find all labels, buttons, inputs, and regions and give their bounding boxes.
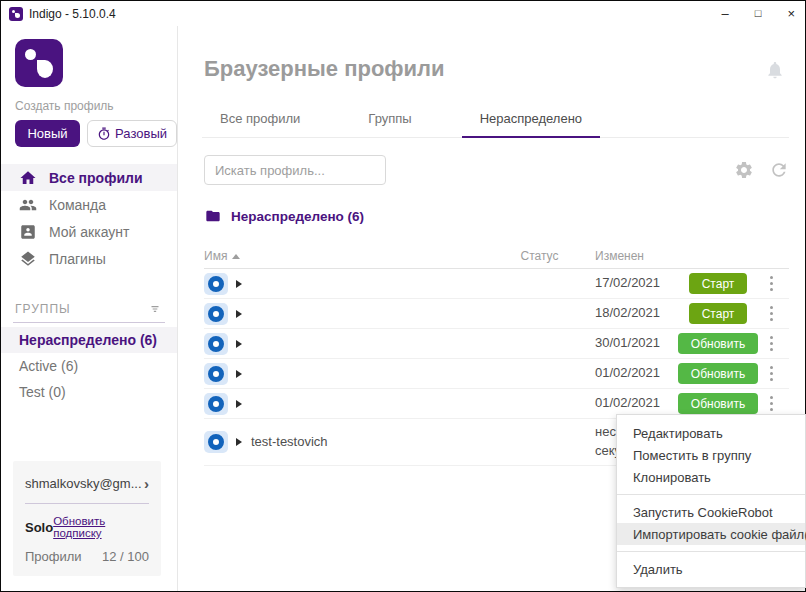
titlebar: Indigo - 5.10.0.4 – □ × — [1, 1, 805, 26]
account-email-row[interactable]: shmalkovsky@gm... › — [25, 475, 149, 504]
column-header-name[interactable]: Имя — [204, 249, 502, 263]
profile-browser-icon — [204, 333, 228, 355]
tab-unassigned[interactable]: Нераспределено — [462, 102, 600, 137]
expand-arrow-icon[interactable] — [236, 280, 242, 288]
row-menu-button[interactable] — [762, 361, 781, 386]
new-profile-button[interactable]: Новый — [15, 120, 80, 147]
renew-subscription-link[interactable]: Обновить подписку — [53, 515, 149, 539]
sidebar-item-all-profiles[interactable]: Все профили — [1, 164, 177, 191]
table-row[interactable]: 17/02/2021Старт — [204, 269, 789, 299]
sidebar-item-label: Плагины — [49, 251, 106, 267]
window-title: Indigo - 5.10.0.4 — [29, 7, 116, 21]
modified-cell: 30/01/2021 — [577, 330, 682, 357]
app-logo-icon — [9, 7, 23, 21]
tab-all-profiles[interactable]: Все профили — [202, 102, 318, 137]
row-menu-button[interactable] — [762, 271, 781, 296]
expand-arrow-icon[interactable] — [236, 310, 242, 318]
profile-browser-icon — [204, 363, 228, 385]
folder-icon — [204, 208, 222, 224]
menu-divider — [617, 551, 805, 552]
create-profile-label: Создать профиль — [15, 99, 177, 113]
search-input[interactable] — [204, 155, 386, 185]
table-row[interactable]: 01/02/2021Обновить — [204, 359, 789, 389]
context-menu-item[interactable]: Поместить в группу — [617, 444, 805, 466]
profile-browser-icon — [204, 393, 228, 415]
sidebar-nav: Все профили Команда Мой аккаунт Плагины — [1, 164, 177, 272]
plugins-icon — [19, 250, 37, 268]
tab-groups[interactable]: Группы — [350, 102, 429, 137]
sidebar-item-label: Все профили — [49, 170, 143, 186]
expand-arrow-icon[interactable] — [236, 438, 242, 446]
sort-icon[interactable] — [147, 302, 163, 316]
start-button[interactable]: Старт — [689, 273, 748, 294]
onetime-profile-label: Разовый — [115, 126, 167, 141]
chevron-right-icon: › — [144, 475, 149, 492]
modified-cell: 01/02/2021 — [577, 360, 682, 387]
minimize-button[interactable]: – — [722, 7, 729, 20]
update-button[interactable]: Обновить — [678, 393, 758, 414]
sort-asc-icon — [232, 254, 240, 259]
column-header-modified[interactable]: Изменен — [577, 249, 682, 263]
groups-divider — [13, 322, 165, 323]
sidebar-item-label: Мой аккаунт — [49, 224, 129, 240]
profile-browser-icon — [204, 303, 228, 325]
refresh-icon[interactable] — [769, 160, 789, 180]
groups-header-label: ГРУППЫ — [15, 302, 71, 316]
notifications-bell-icon[interactable] — [765, 60, 785, 80]
context-menu-item[interactable]: Запустить CookieRobot — [617, 501, 805, 523]
table-header: Имя Статус Изменен — [204, 243, 789, 269]
sidebar-item-team[interactable]: Команда — [1, 191, 177, 218]
group-item-unassigned[interactable]: Нераспределено (6) — [1, 327, 177, 353]
context-menu-item[interactable]: Клонировать — [617, 466, 805, 488]
modified-cell: 01/02/2021 — [577, 390, 682, 417]
maximize-button[interactable]: □ — [755, 8, 762, 19]
table-row[interactable]: 30/01/2021Обновить — [204, 329, 789, 359]
team-icon — [19, 196, 37, 214]
tabs-bar: Все профили Группы Нераспределено — [202, 102, 789, 138]
menu-divider — [617, 494, 805, 495]
groups-section: ГРУППЫ Нераспределено (6) Active (6) Tes… — [1, 302, 177, 405]
context-menu-item[interactable]: Удалить — [617, 558, 805, 580]
app-window: Indigo - 5.10.0.4 – □ × Создать профиль … — [0, 0, 806, 592]
expand-arrow-icon[interactable] — [236, 370, 242, 378]
settings-gear-icon[interactable] — [734, 160, 754, 180]
profile-browser-icon — [204, 273, 228, 295]
account-card: shmalkovsky@gm... › Solo Обновить подпис… — [13, 461, 161, 576]
group-item-active[interactable]: Active (6) — [1, 353, 177, 379]
update-button[interactable]: Обновить — [678, 333, 758, 354]
sidebar-item-plugins[interactable]: Плагины — [1, 245, 177, 272]
page-title: Браузерные профили — [204, 56, 445, 82]
sidebar: Создать профиль Новый Разовый Все профил… — [1, 26, 178, 591]
indigo-logo — [15, 39, 63, 87]
profiles-quota-label: Профили — [25, 549, 82, 564]
profile-browser-icon — [204, 431, 228, 453]
row-menu-button[interactable] — [762, 301, 781, 326]
stopwatch-icon — [97, 127, 111, 141]
row-menu-button[interactable] — [762, 331, 781, 356]
table-row[interactable]: 18/02/2021Старт — [204, 299, 789, 329]
close-button[interactable]: × — [787, 7, 795, 20]
column-header-status[interactable]: Статус — [502, 249, 577, 263]
context-menu-item[interactable]: Импортировать cookie файл(ы) — [617, 523, 805, 545]
group-section-title: Нераспределено (6) — [231, 209, 364, 224]
onetime-profile-button[interactable]: Разовый — [87, 120, 177, 147]
expand-arrow-icon[interactable] — [236, 340, 242, 348]
account-email: shmalkovsky@gm... — [25, 476, 142, 491]
context-menu: РедактироватьПоместить в группуКлонирова… — [616, 414, 806, 588]
profile-name: test-testovich — [251, 434, 328, 449]
plan-badge: Solo — [25, 520, 53, 535]
account-icon — [19, 223, 37, 241]
modified-cell: 18/02/2021 — [577, 300, 682, 327]
profiles-quota-count: 12 / 100 — [102, 549, 149, 564]
update-button[interactable]: Обновить — [678, 363, 758, 384]
home-icon — [19, 169, 37, 187]
modified-cell: 17/02/2021 — [577, 270, 682, 297]
row-menu-button[interactable] — [762, 391, 781, 416]
start-button[interactable]: Старт — [689, 303, 748, 324]
expand-arrow-icon[interactable] — [236, 400, 242, 408]
group-item-test[interactable]: Test (0) — [1, 379, 177, 405]
sidebar-item-label: Команда — [49, 197, 106, 213]
context-menu-item[interactable]: Редактировать — [617, 422, 805, 444]
sidebar-item-my-account[interactable]: Мой аккаунт — [1, 218, 177, 245]
